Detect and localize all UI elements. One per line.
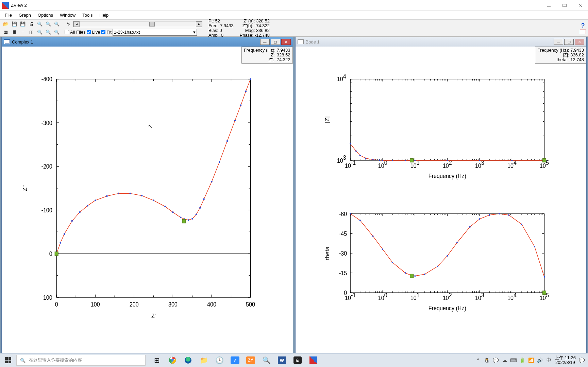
svg-point-88 [234,120,236,121]
menu-tools[interactable]: Tools [79,11,96,19]
save-icon[interactable]: 💾 [11,20,18,28]
search2-icon[interactable]: 🔍 [258,353,274,367]
open-icon[interactable]: 📂 [2,20,10,28]
menu-options[interactable]: Options [34,11,56,19]
zoom3-icon[interactable]: 🔍 [45,29,52,36]
svg-point-390 [404,272,406,274]
fit-checkbox[interactable]: Fit [101,30,111,35]
tray-volume-icon[interactable]: 🔊 [537,357,543,363]
zoom-in-icon[interactable]: 🔍 [36,20,44,28]
scroll-right-icon[interactable]: ▸ [196,21,202,27]
panel-close-button[interactable]: ✕ [281,39,291,45]
svg-point-242 [404,160,406,161]
taskbar: 🔍 在这里输入你要搜索的内容 ⊞ 📁 🕓 ✓ ZY 🔍 W ☯ ^ 🐧 💬 ☁ … [0,353,588,367]
minimize-button[interactable] [541,0,557,11]
info-freq: Frequency (Hz): 7.9433 [537,48,584,53]
word-icon[interactable]: W [274,353,290,367]
zoom-reset-icon[interactable]: 🔍 [53,20,61,28]
svg-point-80 [188,219,189,221]
calc-icon[interactable]: 🖩 [11,29,18,36]
table-icon[interactable] [580,30,586,34]
svg-point-71 [106,195,107,197]
tray-user-icon[interactable]: 🐧 [484,357,490,363]
search-input[interactable]: 🔍 在这里输入你要搜索的内容 [16,355,146,366]
app1-icon[interactable]: ✓ [227,353,243,367]
scroll-left-icon[interactable]: ◂ [73,21,80,27]
svg-point-89 [240,104,241,106]
complex-plot[interactable]: 0100200300400500-400-300-200-1000100Z'Z'… [2,47,293,353]
svg-rect-94 [350,79,544,160]
svg-rect-406 [542,291,546,295]
svg-rect-248 [410,158,413,162]
svg-rect-1 [563,4,566,7]
file-select[interactable]: 1-23-1hao.txt ▾ [113,29,197,36]
tray-notifications-icon[interactable]: 💬 [578,357,585,363]
tray-chat-icon[interactable]: 💬 [493,357,499,363]
svg-point-397 [469,226,470,228]
svg-point-241 [391,160,393,161]
svg-point-78 [180,216,181,218]
svg-text:104: 104 [507,292,517,301]
circuit-icon[interactable]: ⎓ [19,29,27,36]
tray-ime-icon[interactable]: 中 [546,357,552,363]
zoom-out-icon[interactable]: 🔍 [45,20,52,28]
allfiles-checkbox[interactable]: All Files [65,30,86,35]
svg-point-85 [211,181,212,182]
chrome-icon[interactable] [165,353,180,367]
zoom4-icon[interactable]: 🔍 [53,29,61,36]
status-mag: Mag: 336.82 [240,28,270,33]
panel-title: Complex 1 [12,39,33,45]
tray-wifi-icon[interactable]: 📶 [528,357,534,363]
svg-text:103: 103 [475,292,484,301]
tray-battery-icon[interactable]: 🔋 [519,357,525,363]
menu-window[interactable]: Window [56,11,79,19]
taskview-icon[interactable]: ⊞ [149,353,165,367]
live-checkbox[interactable]: Live [87,30,100,35]
save-all-icon[interactable]: 💾 [19,20,27,28]
svg-text:Z'': Z'' [22,185,28,191]
plot-icon [4,39,10,44]
scroll-thumb[interactable] [149,22,155,27]
menu-graph[interactable]: Graph [15,11,34,19]
status-bias: Bias: 0 [208,28,234,33]
link-icon[interactable]: ↯ [65,20,72,28]
svg-rect-4 [56,79,250,297]
tray-clock[interactable]: 上午 11:26 2022/3/19 [555,355,576,365]
close-button[interactable] [572,0,588,11]
app2-icon[interactable]: ZY [243,353,258,367]
edge-icon[interactable] [180,353,196,367]
panel-maximize-button[interactable]: ▢ [564,39,574,45]
tray-chevron-up-icon[interactable]: ^ [475,357,481,363]
help-icon[interactable]: ? [581,22,585,29]
maximize-button[interactable] [557,0,572,11]
tray-cloud-icon[interactable]: ☁ [502,357,508,363]
app-icon [2,2,9,9]
data-scroll[interactable]: ◂ ▸ [73,21,202,27]
zview-taskbar-icon[interactable] [305,353,321,367]
explorer-icon[interactable]: 📁 [196,353,212,367]
clock-icon[interactable]: 🕓 [212,353,227,367]
panel-close-button[interactable]: ✕ [575,39,584,45]
app3-icon[interactable]: ☯ [290,353,305,367]
svg-text:-45: -45 [339,230,347,237]
grid-icon[interactable]: ▦ [2,29,10,36]
chart-icon[interactable]: ◫ [28,29,35,36]
svg-text:-200: -200 [41,163,52,170]
menu-help[interactable]: Help [96,11,112,19]
svg-point-87 [226,140,228,142]
svg-point-389 [391,262,393,263]
panel-minimize-button[interactable]: — [554,39,563,45]
menu-file[interactable]: File [1,11,15,19]
zoom2-icon[interactable]: 🔍 [36,29,44,36]
svg-point-404 [543,276,545,278]
panel-minimize-button[interactable]: — [260,39,270,45]
svg-point-237 [365,158,366,159]
panel-maximize-button[interactable]: ▢ [271,39,280,45]
start-button[interactable] [0,353,16,367]
tray-keyboard-icon[interactable]: ⌨ [510,357,517,363]
print-icon[interactable]: 🖨 [28,20,35,28]
svg-text:400: 400 [207,301,216,308]
svg-point-398 [479,218,480,220]
bode-plot[interactable]: 10310410-1100101102103104105|Z|Frequency… [296,47,587,353]
chevron-down-icon[interactable]: ▾ [192,30,196,35]
